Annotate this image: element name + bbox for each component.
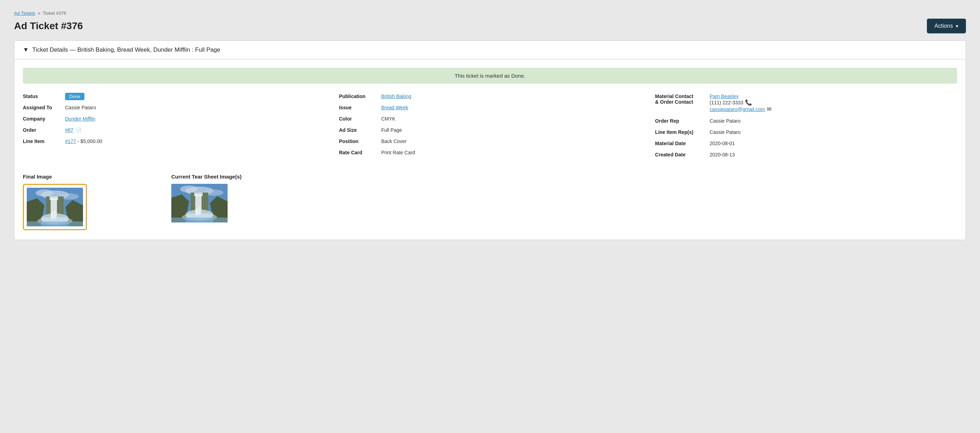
line-item-rep-value: Cassie Pataro — [710, 129, 740, 135]
created-date-value: 2020-08-13 — [710, 152, 735, 157]
order-value: #87 📄 — [65, 127, 82, 133]
status-value: Done — [65, 94, 84, 99]
final-image-title: Final Image — [23, 174, 87, 179]
line-item-value: #177 - $5,000.00 — [65, 138, 102, 144]
assigned-to-row: Assigned To Cassie Pataro — [23, 105, 325, 110]
created-date-row: Created Date 2020-08-13 — [655, 152, 957, 157]
publication-value: British Baking — [381, 94, 412, 99]
breadcrumb-current: Ticket #376 — [43, 11, 66, 16]
issue-value: Bread Week — [381, 105, 408, 110]
rate-card-label: Rate Card — [339, 150, 378, 155]
actions-button[interactable]: Actions ▾ — [927, 19, 966, 33]
order-rep-value: Cassie Pataro — [710, 118, 740, 124]
rate-card-value: Print Rate Card — [381, 150, 415, 155]
tear-sheet-block: Current Tear Sheet Image(s) — [171, 174, 242, 222]
issue-row: Issue Bread Week — [339, 105, 641, 110]
final-image — [27, 188, 83, 226]
status-label: Status — [23, 94, 62, 99]
contact-name-link[interactable]: Pam Beasley — [710, 94, 738, 99]
position-row: Position Back Cover — [339, 138, 641, 144]
contact-phone: (111) 222-3333 📞 — [710, 99, 771, 106]
issue-label: Issue — [339, 105, 378, 110]
images-section: Final Image — [23, 174, 957, 231]
phone-number: (111) 222-3333 — [710, 100, 743, 105]
order-label: Order — [23, 127, 62, 133]
material-contact-label: Material Contact& Order Contact — [655, 94, 706, 105]
ad-size-value: Full Page — [381, 127, 402, 133]
actions-label: Actions — [935, 23, 953, 29]
svg-rect-12 — [51, 212, 53, 219]
order-rep-row: Order Rep Cassie Pataro — [655, 118, 957, 124]
svg-rect-27 — [199, 207, 200, 216]
right-details: Material Contact& Order Contact Pam Beas… — [655, 94, 957, 163]
color-label: Color — [339, 116, 378, 122]
svg-rect-22 — [194, 193, 203, 196]
svg-rect-11 — [27, 221, 83, 226]
middle-details: Publication British Baking Issue Bread W… — [339, 94, 641, 163]
publication-link[interactable]: British Baking — [381, 94, 412, 99]
created-date-label: Created Date — [655, 152, 706, 157]
contact-name: Pam Beasley — [710, 94, 771, 99]
card-body: This ticket is marked as Done. Status Do… — [14, 59, 966, 240]
status-banner: This ticket is marked as Done. — [23, 68, 957, 84]
material-date-label: Material Date — [655, 141, 706, 146]
card-header-title: Ticket Details — British Baking, Bread W… — [32, 46, 220, 54]
material-date-value: 2020-08-01 — [710, 141, 735, 146]
breadcrumb: Ad Tickets » Ticket #376 — [14, 11, 966, 16]
order-link[interactable]: #87 — [65, 127, 73, 133]
publication-label: Publication — [339, 94, 378, 99]
svg-rect-25 — [171, 217, 228, 222]
svg-rect-8 — [49, 197, 58, 200]
email-icon: ✉ — [767, 106, 772, 113]
assigned-to-value: Cassie Pataro — [65, 105, 96, 110]
svg-rect-13 — [54, 211, 56, 219]
chevron-down-icon: ▾ — [956, 23, 958, 29]
phone-icon: 📞 — [745, 99, 752, 106]
line-item-label: Line Item — [23, 138, 62, 144]
line-item-amount: - $5,000.00 — [77, 138, 102, 144]
line-item-rep-label: Line Item Rep(s) — [655, 129, 706, 135]
rate-card-row: Rate Card Print Rate Card — [339, 150, 641, 155]
page-title: Ad Ticket #376 — [14, 21, 83, 32]
status-row: Status Done — [23, 94, 325, 99]
contact-email: cassiepataro@gmail.com ✉ — [710, 106, 771, 113]
line-item-row: Line Item #177 - $5,000.00 — [23, 138, 325, 144]
company-link[interactable]: Dunder Mifflin — [65, 116, 95, 122]
order-rep-label: Order Rep — [655, 118, 706, 124]
tear-sheet-image — [171, 184, 228, 222]
material-contact-value: Pam Beasley (111) 222-3333 📞 cassiepatar… — [710, 94, 771, 113]
svg-point-16 — [180, 186, 198, 193]
company-value: Dunder Mifflin — [65, 116, 95, 122]
assigned-to-label: Assigned To — [23, 105, 62, 110]
final-image-block: Final Image — [23, 174, 87, 231]
tear-sheet-title: Current Tear Sheet Image(s) — [171, 174, 242, 179]
breadcrumb-parent-link[interactable]: Ad Tickets — [14, 11, 35, 16]
material-date-row: Material Date 2020-08-01 — [655, 141, 957, 146]
collapse-icon[interactable]: ▼ — [23, 46, 29, 54]
email-link[interactable]: cassiepataro@gmail.com — [710, 106, 765, 112]
issue-link[interactable]: Bread Week — [381, 105, 408, 110]
material-contact-row: Material Contact& Order Contact Pam Beas… — [655, 94, 957, 113]
ad-size-row: Ad Size Full Page — [339, 127, 641, 133]
svg-rect-26 — [196, 208, 198, 216]
line-item-link[interactable]: #177 — [65, 138, 76, 144]
ad-size-label: Ad Size — [339, 127, 378, 133]
company-label: Company — [23, 116, 62, 122]
position-label: Position — [339, 138, 378, 144]
company-row: Company Dunder Mifflin — [23, 116, 325, 122]
order-row: Order #87 📄 — [23, 127, 325, 133]
ticket-card: ▼ Ticket Details — British Baking, Bread… — [14, 40, 966, 240]
final-image-wrapper[interactable] — [23, 184, 87, 230]
line-item-rep-row: Line Item Rep(s) Cassie Pataro — [655, 129, 957, 135]
svg-point-2 — [35, 189, 53, 197]
position-value: Back Cover — [381, 138, 407, 144]
status-badge: Done — [65, 93, 84, 100]
card-header: ▼ Ticket Details — British Baking, Bread… — [14, 41, 966, 59]
page-header: Ad Ticket #376 Actions ▾ — [14, 19, 966, 33]
details-grid: Status Done Assigned To Cassie Pataro Co… — [23, 94, 957, 163]
pdf-icon[interactable]: 📄 — [76, 128, 82, 133]
publication-row: Publication British Baking — [339, 94, 641, 99]
color-value: CMYK — [381, 116, 395, 122]
color-row: Color CMYK — [339, 116, 641, 122]
left-details: Status Done Assigned To Cassie Pataro Co… — [23, 94, 325, 163]
